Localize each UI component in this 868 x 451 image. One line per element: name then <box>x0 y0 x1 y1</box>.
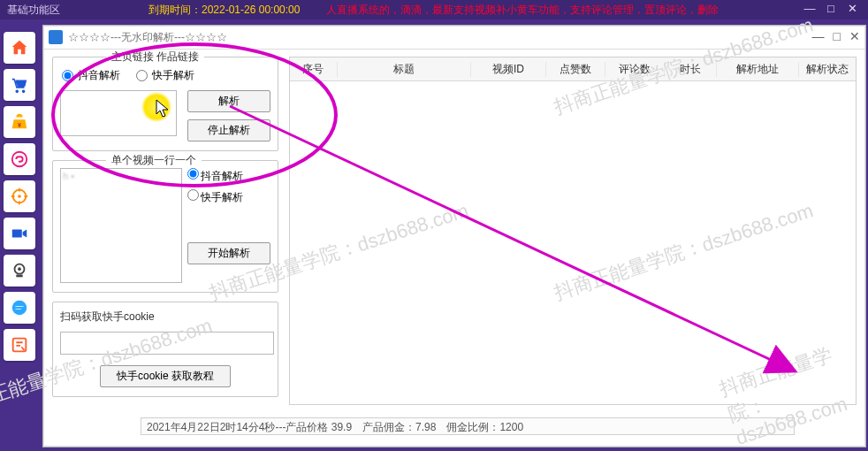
col-video-id: 视频ID <box>471 62 545 77</box>
results-table: 序号 标题 视频ID 点赞数 评论数 时长 解析地址 解析状态 <box>289 57 857 405</box>
svg-point-5 <box>18 267 21 271</box>
radio-kuaishou-parse[interactable]: 快手解析 <box>136 68 194 83</box>
main-titlebar: 基础功能区 到期时间：2022-01-26 00:00:00 人直播系统的，滴滴… <box>0 0 868 19</box>
col-parse-status: 解析状态 <box>799 62 856 77</box>
parse-button[interactable]: 解析 <box>187 90 270 112</box>
col-title: 标题 <box>338 62 471 77</box>
col-likes: 点赞数 <box>546 62 605 77</box>
left-control-panel: 主页链接 作品链接 抖音解析 快手解析 解析 停止解析 <box>52 57 278 406</box>
close-button[interactable]: ✕ <box>841 2 863 18</box>
multi-video-fieldset: 单个视频一行一个 h • 抖音解析 快手解析 开始解析 <box>52 160 278 293</box>
radio-douyin-parse-2[interactable]: 抖音解析 <box>187 168 270 184</box>
parser-window: ☆☆☆☆---无水印解析---☆☆☆☆ — □ ✕ 主页链接 作品链接 抖音解析… <box>42 25 866 447</box>
minimize-button[interactable]: — <box>799 2 820 18</box>
scan-cookie-label: 扫码获取快手cookie <box>60 310 270 325</box>
svg-rect-6 <box>16 275 22 278</box>
child-app-icon <box>49 30 63 44</box>
dock-video-icon[interactable] <box>4 218 35 249</box>
table-body[interactable] <box>290 81 856 403</box>
child-title-text: ☆☆☆☆---无水印解析---☆☆☆☆ <box>68 30 227 45</box>
dock-cart-icon[interactable] <box>4 69 35 101</box>
svg-point-1 <box>12 152 27 167</box>
multi-video-textarea[interactable]: h • <box>60 168 182 283</box>
radio-douyin-parse[interactable]: 抖音解析 <box>62 68 120 83</box>
side-dock: ¥ <box>4 23 39 451</box>
svg-rect-3 <box>12 229 22 237</box>
child-close-button[interactable]: ✕ <box>849 30 860 42</box>
child-maximize-button[interactable]: □ <box>834 30 841 42</box>
dock-link-icon[interactable] <box>4 143 35 175</box>
table-header-row: 序号 标题 视频ID 点赞数 评论数 时长 解析地址 解析状态 <box>290 57 856 81</box>
dock-home-icon[interactable] <box>4 32 35 64</box>
scan-cookie-fieldset: 扫码获取快手cookie 快手cookie 获取教程 <box>52 302 278 397</box>
child-titlebar: ☆☆☆☆---无水印解析---☆☆☆☆ — □ ✕ <box>43 26 865 50</box>
cookie-guide-button[interactable]: 快手cookie 获取教程 <box>100 365 231 387</box>
svg-point-2 <box>18 195 21 198</box>
marquee-notice: 人直播系统的，滴滴，最新支持视频补小黄车功能，支持评论管理，置顶评论，删除 <box>326 3 719 18</box>
dock-camera-icon[interactable] <box>4 255 35 287</box>
start-parse-button[interactable]: 开始解析 <box>187 242 270 264</box>
dock-target-icon[interactable] <box>4 180 35 212</box>
dock-edit-icon[interactable] <box>4 329 35 361</box>
col-duration: 时长 <box>665 62 717 77</box>
radio-kuaishou-parse-2[interactable]: 快手解析 <box>187 189 270 205</box>
svg-point-7 <box>12 301 27 316</box>
links-legend: 主页链接 作品链接 <box>106 50 204 65</box>
dock-chat-icon[interactable] <box>4 292 35 324</box>
cookie-input[interactable] <box>60 332 274 355</box>
col-parse-url: 解析地址 <box>717 62 799 77</box>
expire-time: 到期时间：2022-01-26 00:00:00 <box>148 3 300 18</box>
maximize-button[interactable]: □ <box>820 2 841 18</box>
link-input-textarea[interactable] <box>60 90 177 136</box>
col-index: 序号 <box>290 62 338 77</box>
child-minimize-button[interactable]: — <box>812 30 825 42</box>
links-fieldset: 主页链接 作品链接 抖音解析 快手解析 解析 停止解析 <box>52 57 278 151</box>
stop-parse-button[interactable]: 停止解析 <box>187 119 270 141</box>
status-log-line: 2021年4月22日2时14分4秒---产品价格 39.9 产品佣金：7.98 … <box>141 417 795 435</box>
section-label: 基础功能区 <box>0 3 60 18</box>
dock-money-icon[interactable]: ¥ <box>4 106 35 138</box>
multi-legend: 单个视频一行一个 <box>106 153 202 168</box>
col-comments: 评论数 <box>605 62 665 77</box>
